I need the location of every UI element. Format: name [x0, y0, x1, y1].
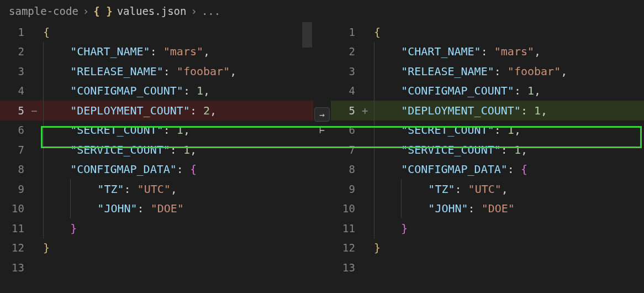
- code-content[interactable]: "CHART_NAME": "mars",: [43, 42, 313, 62]
- line-number[interactable]: 2: [0, 45, 31, 57]
- token: :: [501, 143, 514, 156]
- line-number[interactable]: 2: [331, 45, 362, 57]
- code-content[interactable]: }: [43, 238, 313, 258]
- code-line[interactable]: 8 "CONFIGMAP_DATA": {: [0, 160, 313, 180]
- arrow-right-icon: →: [319, 109, 325, 120]
- line-number[interactable]: 7: [331, 144, 362, 156]
- code-content[interactable]: "DEPLOYMENT_COUNT": 2,: [43, 101, 313, 121]
- code-content[interactable]: "CONFIGMAP_COUNT": 1,: [374, 81, 644, 101]
- code-line[interactable]: 7 "SERVICE_COUNT": 1,: [0, 140, 313, 160]
- line-number[interactable]: 8: [0, 163, 31, 175]
- token: }: [401, 222, 408, 235]
- line-number[interactable]: 7: [0, 144, 31, 156]
- line-number[interactable]: 12: [331, 242, 362, 254]
- code-line[interactable]: 10 "JOHN": "DOE": [0, 199, 313, 219]
- code-line[interactable]: 1{: [331, 22, 644, 42]
- line-number[interactable]: 10: [331, 202, 362, 214]
- code-content[interactable]: "TZ": "UTC",: [374, 179, 644, 199]
- code-line[interactable]: 12}: [0, 238, 313, 258]
- code-content[interactable]: "DEPLOYMENT_COUNT": 1,: [374, 101, 644, 121]
- code-content[interactable]: "RELEASE_NAME": "foobar",: [374, 61, 644, 81]
- code-line[interactable]: 11 }: [331, 218, 644, 238]
- line-number[interactable]: 3: [331, 65, 362, 77]
- breadcrumb-trail[interactable]: ...: [202, 5, 220, 17]
- token: "CONFIGMAP_COUNT": [401, 84, 514, 97]
- apply-change-button[interactable]: →: [314, 107, 330, 122]
- line-number[interactable]: 9: [331, 183, 362, 195]
- line-number[interactable]: 4: [331, 85, 362, 97]
- code-line[interactable]: 9 "TZ": "UTC",: [331, 179, 644, 199]
- code-line[interactable]: 13: [0, 258, 313, 278]
- line-number[interactable]: 11: [0, 222, 31, 234]
- line-number[interactable]: 13: [0, 261, 31, 274]
- revert-marker-icon[interactable]: ⊢: [319, 125, 325, 135]
- code-content[interactable]: [374, 258, 644, 278]
- code-content[interactable]: "SECRET_COUNT": 1,: [43, 121, 313, 140]
- code-content[interactable]: [43, 258, 313, 278]
- token: {: [521, 163, 527, 176]
- code-line[interactable]: 11 }: [0, 218, 313, 238]
- code-content[interactable]: "SECRET_COUNT": 1,: [374, 121, 644, 140]
- code-content[interactable]: }: [43, 218, 313, 238]
- line-number[interactable]: 5: [0, 104, 31, 117]
- line-number[interactable]: 1: [0, 26, 31, 38]
- breadcrumb-folder[interactable]: sample-code: [9, 5, 78, 17]
- code-line[interactable]: 4 "CONFIGMAP_COUNT": 1,: [331, 81, 644, 101]
- breadcrumb-file[interactable]: values.json: [117, 5, 187, 17]
- code-content[interactable]: "JOHN": "DOE": [43, 199, 313, 219]
- code-content[interactable]: {: [374, 22, 644, 42]
- token: }: [70, 222, 77, 235]
- code-content[interactable]: "CONFIGMAP_DATA": {: [43, 160, 313, 180]
- line-number[interactable]: 12: [0, 242, 31, 254]
- token: "JOHN": [97, 202, 137, 215]
- line-number[interactable]: 4: [0, 85, 31, 97]
- token: :: [163, 65, 177, 78]
- line-number[interactable]: 5: [331, 104, 362, 117]
- diff-pane-modified[interactable]: 1{2 "CHART_NAME": "mars",3 "RELEASE_NAME…: [331, 22, 644, 293]
- code-line[interactable]: 8 "CONFIGMAP_DATA": {: [331, 160, 644, 180]
- code-content[interactable]: {: [43, 22, 313, 42]
- token: ,: [230, 65, 236, 78]
- code-line[interactable]: 5− "DEPLOYMENT_COUNT": 2,: [0, 101, 313, 121]
- code-line[interactable]: 6 "SECRET_COUNT": 1,: [0, 121, 313, 140]
- code-line[interactable]: 5+ "DEPLOYMENT_COUNT": 1,: [331, 101, 644, 121]
- code-content[interactable]: "SERVICE_COUNT": 1,: [374, 140, 644, 160]
- code-line[interactable]: 3 "RELEASE_NAME": "foobar",: [331, 61, 644, 81]
- code-content[interactable]: "RELEASE_NAME": "foobar",: [43, 61, 313, 81]
- code-content[interactable]: "CHART_NAME": "mars",: [374, 42, 644, 62]
- code-content[interactable]: "CONFIGMAP_COUNT": 1,: [43, 81, 313, 101]
- code-line[interactable]: 9 "TZ": "UTC",: [0, 179, 313, 199]
- line-number[interactable]: 6: [0, 124, 31, 136]
- token: "UTC": [468, 182, 502, 196]
- code-line[interactable]: 7 "SERVICE_COUNT": 1,: [331, 140, 644, 160]
- token: "CHART_NAME": [70, 45, 150, 58]
- token: "DEPLOYMENT_COUNT": [401, 104, 521, 117]
- line-number[interactable]: 9: [0, 183, 31, 195]
- code-content[interactable]: "TZ": "UTC",: [43, 179, 313, 199]
- code-content[interactable]: }: [374, 238, 644, 258]
- line-number[interactable]: 6: [331, 124, 362, 136]
- code-content[interactable]: "JOHN": "DOE": [374, 199, 644, 219]
- code-line[interactable]: 10 "JOHN": "DOE": [331, 199, 644, 219]
- code-content[interactable]: "SERVICE_COUNT": 1,: [43, 140, 313, 160]
- diff-pane-original[interactable]: 1{2 "CHART_NAME": "mars",3 "RELEASE_NAME…: [0, 22, 313, 293]
- code-line[interactable]: 13: [331, 258, 644, 278]
- token: "SECRET_COUNT": [70, 123, 163, 137]
- code-content[interactable]: "CONFIGMAP_DATA": {: [374, 160, 644, 180]
- line-number[interactable]: 11: [331, 222, 362, 234]
- code-content[interactable]: }: [374, 218, 644, 238]
- token: {: [43, 25, 50, 39]
- code-line[interactable]: 2 "CHART_NAME": "mars",: [0, 42, 313, 62]
- line-number[interactable]: 13: [331, 261, 362, 274]
- code-line[interactable]: 4 "CONFIGMAP_COUNT": 1,: [0, 81, 313, 101]
- code-line[interactable]: 1{: [0, 22, 313, 42]
- line-number[interactable]: 8: [331, 163, 362, 175]
- code-line[interactable]: 3 "RELEASE_NAME": "foobar",: [0, 61, 313, 81]
- code-line[interactable]: 2 "CHART_NAME": "mars",: [331, 42, 644, 62]
- code-line[interactable]: 6 "SECRET_COUNT": 1,: [331, 121, 644, 140]
- line-number[interactable]: 3: [0, 65, 31, 77]
- code-line[interactable]: 12}: [331, 238, 644, 258]
- line-number[interactable]: 1: [331, 26, 362, 38]
- line-number[interactable]: 10: [0, 202, 31, 214]
- breadcrumb[interactable]: sample-code › { } values.json › ...: [0, 0, 644, 22]
